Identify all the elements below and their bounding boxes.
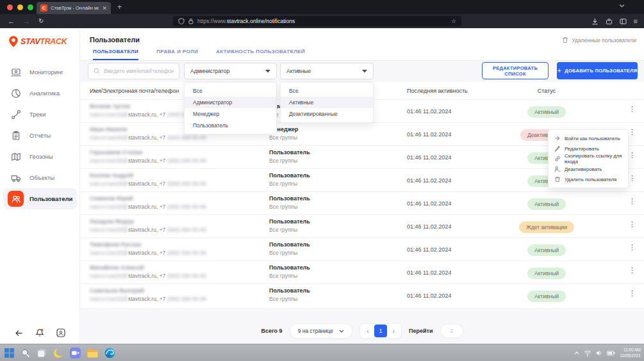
per-page-select[interactable]: 9 на странице — [290, 323, 352, 339]
deleted-users-link[interactable]: Удаленные пользователи — [562, 36, 636, 44]
role-filter-option[interactable]: Все — [185, 85, 276, 97]
sidebar-item-reports[interactable]: Отчёты — [0, 125, 80, 146]
row-menu-button[interactable]: ⋮ — [626, 243, 639, 252]
extensions-icon[interactable] — [606, 18, 613, 25]
edge-browser-icon[interactable] — [104, 348, 115, 358]
status-filter-option[interactable]: Все — [281, 85, 373, 97]
windows-start-icon[interactable] — [4, 348, 14, 358]
user-name-cell: Лазарев Федорivanov.ivan26@stavtrack.ru,… — [90, 218, 206, 233]
user-role-cell: ПользовательВсе группы — [269, 149, 310, 164]
role-filter-select[interactable]: Администратор — [184, 63, 277, 79]
tab-user-activity[interactable]: АКТИВНОСТЬ ПОЛЬЗОВАТЕЛЕЙ — [216, 49, 305, 60]
goto-page-input[interactable] — [440, 324, 463, 338]
row-menu-button[interactable]: ⋮ — [626, 105, 639, 113]
back-button[interactable]: ← — [8, 17, 15, 26]
role-filter-option[interactable]: Администратор — [185, 97, 276, 108]
task-view-icon[interactable] — [37, 348, 47, 358]
context-menu-deactivate[interactable]: Деактивировать — [549, 164, 628, 174]
browser-tab[interactable]: С СтавТрэк - Онлайн мониторин ✕ — [37, 2, 111, 14]
user-group: Все группы — [269, 250, 310, 256]
teams-chat-icon[interactable] — [70, 348, 81, 358]
sidebar-panel-icon[interactable] — [620, 18, 627, 25]
sidebar-item-label: Мониторинг — [29, 68, 63, 76]
moon-app-icon[interactable] — [53, 348, 63, 358]
file-explorer-icon[interactable] — [87, 349, 98, 358]
row-menu-button[interactable]: ⋮ — [626, 220, 639, 229]
context-menu-login-as[interactable]: Войти как пользователь — [549, 133, 628, 143]
status-cell: Активный — [505, 289, 588, 302]
context-menu-copy-link[interactable]: Скопировать ссылку для входа — [549, 154, 628, 164]
deleted-users-label: Удаленные пользователи — [572, 37, 636, 44]
toolbar-right: ≡ — [591, 14, 638, 28]
sidebar: STAVTRACK МониторингАналитикаТрекиОтчёты… — [0, 28, 80, 344]
last-activity: 01:46 11.02.2024 — [407, 131, 451, 138]
sidebar-item-monitoring[interactable]: Мониторинг — [0, 61, 80, 83]
row-menu-button[interactable]: ⋮ — [626, 289, 639, 298]
user-email-phone: ivanov.ivan26@stavtrack.ru, +7 (999) 999… — [90, 134, 206, 141]
forward-button[interactable]: → — [23, 17, 30, 26]
collapse-sidebar-icon[interactable] — [15, 329, 23, 337]
tab-close-icon[interactable]: ✕ — [102, 5, 107, 12]
context-menu-delete[interactable]: Удалить пользователя — [549, 174, 628, 184]
status-filter-option[interactable]: Деактивированные — [281, 108, 373, 120]
battery-icon[interactable] — [607, 351, 615, 356]
sidebar-item-label: Геозоны — [29, 153, 53, 160]
notifications-bell-icon[interactable] — [35, 328, 44, 337]
system-tray: 11:00 AM 10/05/2021 — [574, 344, 641, 361]
tab-rights-roles[interactable]: ПРАВА И РОЛИ — [156, 49, 198, 60]
tray-chevron-up-icon[interactable] — [574, 351, 579, 355]
url-bar[interactable]: https://www. stavtrack.online/notificati… — [173, 16, 461, 26]
bookmark-star-icon[interactable]: ☆ — [451, 18, 456, 24]
taskbar-clock[interactable]: 11:00 AM 10/05/2021 — [620, 348, 641, 358]
profile-icon[interactable] — [56, 328, 65, 337]
user-role-cell: ПользовательВсе группы — [269, 172, 310, 187]
last-activity: 01:46 11.02.2024 — [407, 200, 451, 207]
status-badge: Активный — [527, 245, 566, 256]
edit-icon — [554, 145, 561, 152]
search-icon — [94, 68, 100, 74]
chevron-down-icon — [265, 70, 270, 73]
volume-icon[interactable] — [596, 350, 602, 356]
sidebar-item-tracks[interactable]: Треки — [0, 104, 80, 125]
context-menu-edit[interactable]: Редактировать — [549, 143, 628, 154]
row-menu-button[interactable]: ⋮ — [626, 266, 639, 275]
edit-list-button[interactable]: РЕДАКТИРОВАТЬ СПИСОК — [482, 62, 549, 79]
prev-page-button[interactable]: ‹ — [361, 327, 374, 335]
current-page-button[interactable]: 1 — [374, 325, 387, 337]
add-user-button[interactable]: +ДОБАВИТЬ ПОЛЬЗОВАТЕЛЯ — [557, 62, 638, 79]
menu-hamburger-icon[interactable]: ≡ — [634, 17, 638, 25]
deactivate-icon — [554, 166, 561, 172]
close-window-button[interactable] — [7, 4, 13, 10]
status-filter-select[interactable]: Активные — [280, 63, 374, 79]
wifi-icon[interactable] — [584, 350, 591, 357]
role-filter-option[interactable]: Менеджер — [185, 108, 276, 120]
lock-icon[interactable] — [188, 18, 194, 24]
role-filter-option[interactable]: Пользователь — [185, 120, 276, 131]
page-content: STAVTRACK МониторингАналитикаТрекиОтчёты… — [0, 28, 644, 344]
plus-icon: + — [557, 67, 562, 74]
shield-icon[interactable] — [178, 18, 185, 24]
user-name-cell: Михайлов Алексейivanov.ivan26@stavtrack.… — [90, 264, 206, 279]
search-input[interactable] — [104, 68, 174, 74]
user-name: Семенов Юрий — [90, 195, 206, 202]
row-menu-button[interactable]: ⋮ — [626, 197, 639, 205]
user-role-cell: ПользовательВсе группы — [269, 264, 310, 279]
downloads-icon[interactable] — [591, 18, 599, 25]
tab-list-chevron-icon[interactable] — [619, 4, 625, 8]
maximize-window-button[interactable] — [28, 4, 33, 10]
status-filter-option[interactable]: Активные — [281, 97, 373, 108]
next-page-button[interactable]: › — [387, 327, 400, 335]
last-activity: 01:46 11.02.2024 — [407, 293, 451, 299]
sidebar-item-users[interactable]: Пользователи — [3, 188, 77, 209]
taskbar-search-icon[interactable] — [21, 348, 31, 358]
sidebar-item-analytics[interactable]: Аналитика — [0, 83, 80, 104]
stavtrack-logo: STAVTRACK — [8, 35, 67, 48]
sidebar-item-objects[interactable]: Объекты — [0, 167, 80, 188]
chevron-down-icon — [339, 330, 344, 333]
new-tab-button[interactable]: + — [117, 3, 122, 12]
per-page-value: 9 на странице — [298, 328, 333, 334]
tab-users[interactable]: ПОЛЬЗОВАТЕЛИ — [93, 49, 138, 60]
sidebar-item-geozones[interactable]: Геозоны — [0, 146, 80, 167]
minimize-window-button[interactable] — [17, 4, 23, 10]
reload-button[interactable]: ↻ — [38, 17, 44, 26]
